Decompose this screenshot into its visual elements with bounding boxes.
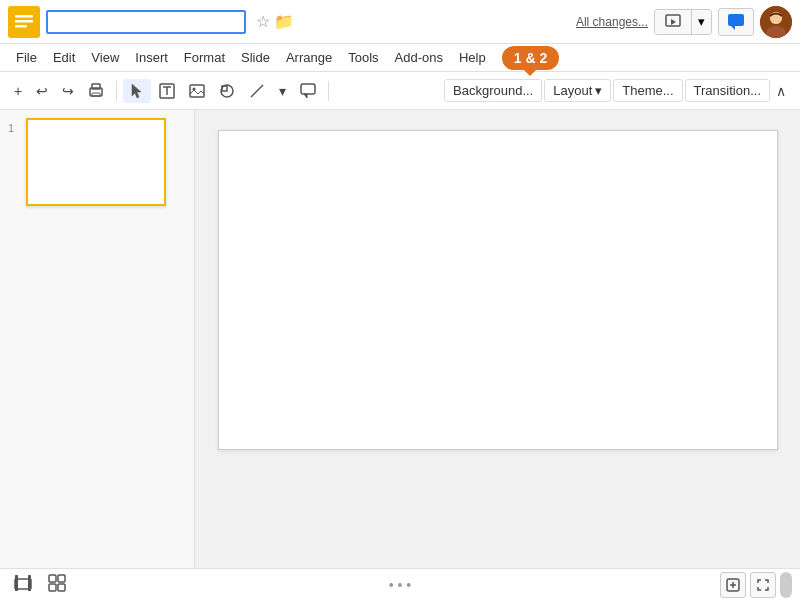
svg-rect-24 <box>301 84 315 94</box>
shape-tool[interactable] <box>213 79 241 103</box>
toolbar: + ↩ ↪ ▾ Background... Layout ▾ The <box>0 72 800 110</box>
svg-rect-32 <box>58 584 65 591</box>
svg-rect-29 <box>49 575 56 582</box>
image-icon <box>189 83 205 99</box>
svg-rect-1 <box>15 15 33 18</box>
line-dropdown[interactable]: ▾ <box>273 79 292 103</box>
slide-1-thumbnail[interactable] <box>26 118 166 206</box>
redo-button[interactable]: ↪ <box>56 79 80 103</box>
top-bar: Great Presentation Tips ☆ 📁 All changes.… <box>0 0 800 44</box>
select-tool[interactable] <box>123 79 151 103</box>
svg-rect-28 <box>28 575 31 591</box>
star-icon[interactable]: ☆ <box>256 12 270 31</box>
layout-button[interactable]: Layout ▾ <box>544 79 611 102</box>
folder-icon[interactable]: 📁 <box>274 12 294 31</box>
title-input[interactable]: Great Presentation Tips <box>46 10 246 34</box>
grid-icon <box>48 574 66 592</box>
transition-button[interactable]: Transition... <box>685 79 770 102</box>
cursor-icon <box>129 83 145 99</box>
svg-marker-7 <box>731 26 735 30</box>
menu-file[interactable]: File <box>8 46 45 69</box>
fullscreen-button[interactable] <box>750 572 776 598</box>
title-icons: ☆ 📁 <box>256 12 294 31</box>
background-button[interactable]: Background... <box>444 79 542 102</box>
line-icon <box>249 83 265 99</box>
svg-line-23 <box>251 85 263 97</box>
all-changes-link[interactable]: All changes... <box>576 15 648 29</box>
slide-1-number: 1 <box>8 122 20 134</box>
present-dropdown[interactable]: ▾ <box>692 10 711 34</box>
svg-rect-27 <box>15 575 18 591</box>
svg-rect-3 <box>15 25 27 28</box>
undo-icon: ↩ <box>36 83 48 99</box>
print-icon <box>88 83 104 99</box>
avatar[interactable] <box>760 6 792 38</box>
comment-icon <box>727 13 745 31</box>
comment-inline-button[interactable] <box>294 79 322 103</box>
canvas-area[interactable] <box>195 110 800 568</box>
top-right: All changes... ▾ <box>576 6 792 38</box>
add-button[interactable]: + <box>8 79 28 103</box>
filmstrip-icon <box>14 574 32 592</box>
svg-marker-25 <box>304 94 307 98</box>
menu-tools[interactable]: Tools <box>340 46 386 69</box>
menu-arrange[interactable]: Arrange <box>278 46 340 69</box>
shape-icon <box>219 83 235 99</box>
bottom-bar: • • • <box>0 568 800 600</box>
slide-canvas[interactable] <box>218 130 778 450</box>
collapse-toolbar-button[interactable]: ∧ <box>770 79 792 103</box>
menu-edit[interactable]: Edit <box>45 46 83 69</box>
svg-rect-2 <box>15 20 33 23</box>
collapse-icon: ∧ <box>776 83 786 99</box>
present-icon <box>665 14 681 30</box>
tutorial-badge: 1 & 2 <box>502 46 559 70</box>
svg-marker-15 <box>132 84 141 98</box>
toolbar-sep-2 <box>328 81 329 101</box>
image-tool[interactable] <box>183 79 211 103</box>
zoom-add-button[interactable] <box>720 572 746 598</box>
background-label: Background... <box>453 83 533 98</box>
theme-button[interactable]: Theme... <box>613 79 682 102</box>
bottom-dots: • • • <box>389 577 411 593</box>
slide-panel: 1 <box>0 110 195 568</box>
grid-view-button[interactable] <box>8 570 38 600</box>
menu-insert[interactable]: Insert <box>127 46 176 69</box>
layout-label: Layout <box>553 83 592 98</box>
svg-rect-14 <box>92 93 100 96</box>
menu-addons[interactable]: Add-ons <box>387 46 451 69</box>
redo-icon: ↪ <box>62 83 74 99</box>
add-icon: + <box>14 83 22 99</box>
bottom-left <box>8 570 72 600</box>
transition-label: Transition... <box>694 83 761 98</box>
svg-rect-6 <box>728 14 744 26</box>
svg-rect-22 <box>222 86 227 91</box>
text-box-icon <box>159 83 175 99</box>
add-zoom-icon <box>726 578 740 592</box>
svg-rect-30 <box>58 575 65 582</box>
present-button[interactable] <box>655 10 692 34</box>
svg-rect-31 <box>49 584 56 591</box>
svg-rect-13 <box>92 84 100 89</box>
theme-label: Theme... <box>622 83 673 98</box>
svg-marker-5 <box>671 19 676 25</box>
menu-help[interactable]: Help <box>451 46 494 69</box>
present-btn-group: ▾ <box>654 9 712 35</box>
text-tool[interactable] <box>153 79 181 103</box>
menu-slide[interactable]: Slide <box>233 46 278 69</box>
toolbar-format-btns: Background... Layout ▾ Theme... Transiti… <box>442 79 792 103</box>
toolbar-sep-1 <box>116 81 117 101</box>
grid-view-button-2[interactable] <box>42 570 72 600</box>
comment-button[interactable] <box>718 8 754 36</box>
layout-chevron: ▾ <box>595 83 602 98</box>
print-button[interactable] <box>82 79 110 103</box>
expand-icon <box>756 578 770 592</box>
menu-format[interactable]: Format <box>176 46 233 69</box>
undo-button[interactable]: ↩ <box>30 79 54 103</box>
slide-1-container: 1 <box>8 118 186 206</box>
main-area: 1 <box>0 110 800 568</box>
comment-inline-icon <box>300 83 316 99</box>
scroll-handle[interactable] <box>780 572 792 598</box>
line-tool[interactable] <box>243 79 271 103</box>
menu-view[interactable]: View <box>83 46 127 69</box>
app-logo <box>8 6 40 38</box>
